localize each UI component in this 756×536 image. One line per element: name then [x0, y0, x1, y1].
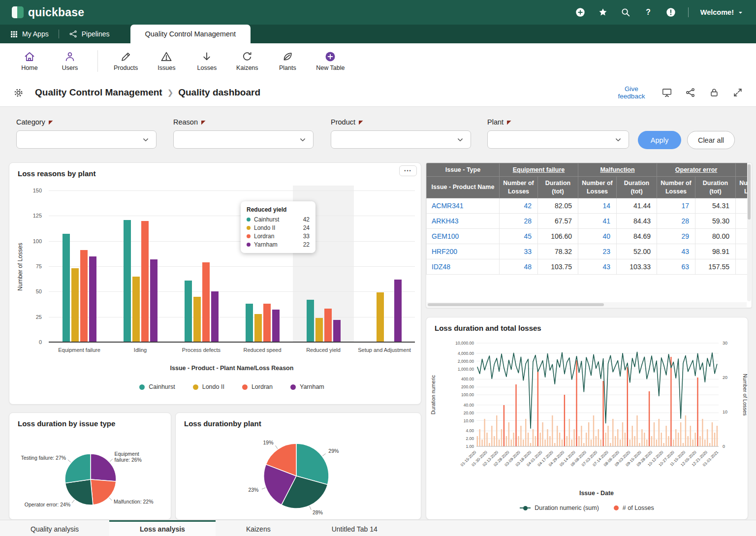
expand-button[interactable] — [732, 87, 743, 98]
product-link-arkh43[interactable]: ARKH43 — [432, 217, 458, 225]
legend-item-lordran[interactable]: Lordran — [242, 383, 273, 390]
legend-item-cainhurst[interactable]: Cainhurst — [139, 383, 175, 390]
bar-lordran-equipment-failure[interactable] — [80, 250, 88, 342]
top-header: quickbase ? Welcome! — [0, 0, 756, 25]
pie-label: 19% — [263, 440, 273, 445]
notifications-button[interactable] — [665, 7, 676, 18]
clear-all-button[interactable]: Clear all — [687, 131, 735, 149]
legend-item-of-losses[interactable]: # of Losses — [614, 504, 654, 511]
plant-select[interactable] — [487, 130, 629, 149]
dashboard-tab-quality-analysis[interactable]: Quality analysis — [0, 520, 109, 536]
legend-item-yarnham[interactable]: Yarnham — [290, 383, 324, 390]
toolbar-item-home[interactable]: Home — [15, 48, 44, 74]
toolbar-item-new-table[interactable]: New Table — [313, 48, 347, 74]
bar-chart-plot — [49, 190, 415, 342]
bar-yarnham-equipment-failure[interactable] — [89, 256, 96, 343]
bar-londo-ii-equipment-failure[interactable] — [71, 268, 79, 342]
pie-slice-equipment-failure[interactable] — [91, 454, 116, 481]
legend-item-duration-numeric-sum[interactable]: Duration numeric (sum) — [520, 504, 599, 511]
bar-yarnham-idling[interactable] — [150, 259, 158, 342]
svg-text:2.00: 2.00 — [466, 436, 474, 441]
filter-product-label: Product — [331, 118, 355, 126]
bar-yarnham-reduced-yield[interactable] — [333, 320, 341, 342]
product-select[interactable] — [331, 130, 471, 149]
quickbase-logo[interactable]: quickbase — [12, 6, 84, 19]
table-group-header-equipment-failure[interactable]: Equipment failure — [500, 163, 578, 177]
horizontal-scrollbar[interactable] — [427, 302, 747, 307]
bar-londo-ii-setup-and-adjustment[interactable] — [377, 292, 384, 342]
pie-label: 23% — [248, 487, 258, 493]
bar-londo-ii-idling[interactable] — [132, 277, 140, 343]
toolbar-item-products[interactable]: Products — [111, 48, 141, 74]
category-select[interactable] — [16, 130, 157, 149]
bar-lordran-reduced-speed[interactable] — [263, 304, 271, 342]
add-button[interactable] — [575, 7, 586, 18]
dashboard-tab-kaizens[interactable]: Kaizens — [216, 520, 301, 536]
toolbar-item-users[interactable]: Users — [55, 48, 85, 74]
x-axis-title: Issue - Product - Plant Name/Loss Reason — [49, 365, 415, 372]
bar-lordran-process-defects[interactable] — [202, 262, 210, 342]
search-button[interactable] — [620, 7, 631, 18]
losses-count-cell: 43 — [578, 259, 617, 274]
bar-cainhurst-reduced-speed[interactable] — [246, 304, 253, 342]
chevron-down-icon — [456, 135, 465, 144]
more-options-button[interactable] — [399, 165, 417, 176]
bar-cainhurst-process-defects[interactable] — [185, 281, 192, 342]
bar-cainhurst-equipment-failure[interactable] — [63, 234, 70, 342]
nav-pipelines[interactable]: Pipelines — [59, 25, 120, 43]
pie-slice-testing-failure[interactable] — [65, 454, 91, 483]
pipelines-icon — [69, 30, 78, 38]
give-feedback-link[interactable]: Give feedback — [614, 85, 649, 100]
breadcrumb-app[interactable]: Quality Control Management — [35, 87, 162, 98]
nav-my-apps[interactable]: My Apps — [0, 25, 59, 43]
welcome-menu[interactable]: Welcome! — [700, 8, 744, 16]
vertical-scrollbar[interactable] — [747, 163, 751, 301]
presentation-button[interactable] — [662, 87, 672, 98]
product-link-gem100[interactable]: GEM100 — [432, 232, 459, 240]
issues-icon — [160, 51, 172, 63]
filter-product: Product — [331, 118, 471, 149]
bar-lordran-reduced-yield[interactable] — [324, 309, 332, 342]
product-link-acmr341[interactable]: ACMR341 — [432, 202, 464, 210]
favorites-button[interactable] — [598, 7, 608, 18]
bar-lordran-idling[interactable] — [141, 221, 149, 342]
apply-button[interactable]: Apply — [638, 131, 681, 149]
bar-londo-ii-reduced-yield[interactable] — [315, 318, 323, 342]
table-group-header-malfunction[interactable]: Malfunction — [578, 163, 657, 177]
legend-dot-icon — [247, 234, 251, 238]
app-tab-quality-control-management[interactable]: Quality Control Management — [130, 25, 251, 43]
bar-londo-ii-reduced-speed[interactable] — [254, 314, 262, 343]
toolbar-item-kaizens[interactable]: Kaizens — [232, 48, 262, 74]
scrollbar-thumb[interactable] — [428, 303, 604, 306]
breadcrumb-page[interactable]: Quality dashboard — [178, 87, 260, 98]
bar-yarnham-setup-and-adjustment[interactable] — [394, 280, 402, 342]
help-button[interactable]: ? — [643, 7, 654, 18]
pie-label: Equipment — [115, 451, 139, 457]
table-subheader-duration: Duration (tot) — [617, 177, 657, 198]
product-link-hrf200[interactable]: HRF200 — [432, 248, 457, 255]
bar-cainhurst-idling[interactable] — [124, 220, 131, 343]
filter-reason-label: Reason — [173, 118, 198, 126]
toolbar-item-losses[interactable]: Losses — [192, 48, 221, 74]
dashboard-tab-untitled-tab-14[interactable]: Untitled Tab 14 — [301, 520, 408, 536]
toolbar-item-plants[interactable]: Plants — [273, 48, 302, 74]
bar-yarnham-reduced-speed[interactable] — [272, 310, 280, 342]
bar-londo-ii-process-defects[interactable] — [193, 297, 201, 342]
scrollbar-thumb[interactable] — [748, 164, 751, 220]
table-subheader-losses: Number of Losses — [736, 177, 747, 198]
bar-yarnham-process-defects[interactable] — [211, 291, 219, 342]
lock-button[interactable] — [709, 87, 720, 98]
settings-button[interactable] — [13, 87, 24, 98]
share-button[interactable] — [685, 87, 696, 98]
table-group-header-operator-error[interactable]: Operator error — [657, 163, 736, 177]
legend-item-londo-ii[interactable]: Londo II — [193, 383, 224, 390]
user-icon — [64, 51, 76, 63]
reason-select[interactable] — [173, 130, 314, 149]
product-link-idz48[interactable]: IDZ48 — [432, 263, 450, 271]
pie-label: Malfunction: 22% — [114, 499, 154, 504]
dashboard-tab-loss-analysis[interactable]: Loss analysis — [109, 520, 216, 536]
toolbar-item-issues[interactable]: Issues — [152, 48, 181, 74]
table-group-header-testing-failure[interactable]: Testing failure — [736, 163, 747, 177]
pie-slice-malfunction[interactable] — [91, 479, 116, 505]
bar-cainhurst-reduced-yield[interactable] — [307, 300, 314, 342]
